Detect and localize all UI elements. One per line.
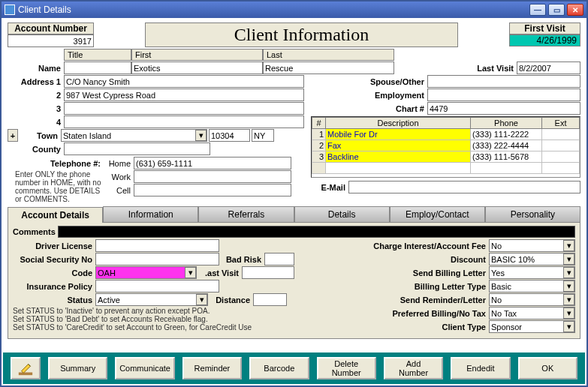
pencil-icon xyxy=(17,360,34,376)
charge-interest-label: Charge Interest/Account Fee xyxy=(314,242,489,250)
address4-field[interactable] xyxy=(64,116,304,128)
chevron-down-icon[interactable]: ▾ xyxy=(563,280,574,292)
preferred-billing-label: Preferred Billing/No Tax xyxy=(314,309,489,318)
cell-label: Cell xyxy=(104,186,134,195)
page-title: Client Information xyxy=(145,22,458,47)
tab-details[interactable]: Details xyxy=(294,206,390,222)
comments-label: Comments xyxy=(13,227,58,236)
chevron-down-icon[interactable]: ▾ xyxy=(195,130,207,141)
discount-select[interactable] xyxy=(489,253,575,266)
endedit-button[interactable]: Endedit xyxy=(451,357,510,380)
address1-field[interactable] xyxy=(64,75,304,88)
distance-field[interactable] xyxy=(253,293,287,306)
charge-interest-select[interactable] xyxy=(489,239,575,252)
discount-label: Discount xyxy=(314,255,489,264)
chevron-down-icon[interactable]: ▾ xyxy=(563,294,574,305)
chartno-field[interactable] xyxy=(427,102,580,115)
col-title: Title xyxy=(64,49,131,61)
chevron-down-icon[interactable]: ▾ xyxy=(563,267,574,278)
client-type-label: Client Type xyxy=(314,322,489,332)
client-type-select[interactable] xyxy=(489,320,575,333)
dl-label: Driver License xyxy=(13,242,95,250)
send-billing-select[interactable] xyxy=(489,266,575,279)
tab-account-details[interactable]: Account Details xyxy=(8,207,103,223)
close-button[interactable]: ✕ xyxy=(567,4,583,16)
town-field[interactable] xyxy=(61,129,207,142)
work-phone-field[interactable] xyxy=(134,170,291,183)
billing-letter-type-select[interactable] xyxy=(489,280,575,292)
employment-field[interactable] xyxy=(427,88,580,101)
status-field[interactable] xyxy=(95,293,208,306)
tab-strip: Account Details Information Referrals De… xyxy=(8,206,580,223)
tab-personality[interactable]: Personality xyxy=(485,206,580,222)
ssn-label: Social Security No xyxy=(13,255,95,264)
col-last: Last xyxy=(263,49,394,61)
status-hint-2: Set STATUS to 'CareCredit' to set Accoun… xyxy=(13,323,309,332)
ok-button[interactable]: OK xyxy=(518,357,577,380)
state-field[interactable] xyxy=(252,129,274,142)
tab-referrals[interactable]: Referrals xyxy=(198,206,294,222)
cell-phone-field[interactable] xyxy=(134,184,291,196)
edit-icon-button[interactable] xyxy=(11,357,41,380)
email-field[interactable] xyxy=(348,181,580,194)
comments-field[interactable] xyxy=(58,226,575,238)
grid-header-ext[interactable]: Ext xyxy=(542,118,580,129)
maximize-button[interactable]: ▭ xyxy=(548,4,565,16)
dl-field[interactable] xyxy=(95,239,219,252)
home-label: Home xyxy=(104,159,134,168)
code-field[interactable] xyxy=(95,266,197,279)
county-field[interactable] xyxy=(64,142,210,155)
account-number-field[interactable] xyxy=(8,34,94,47)
chevron-down-icon[interactable]: ▾ xyxy=(196,294,207,305)
client-details-window: Client Details — ▭ ✕ Account Number Clie… xyxy=(0,0,588,387)
grid-header-phone[interactable]: Phone xyxy=(471,118,542,129)
address2-field[interactable] xyxy=(64,88,304,101)
name-title-field[interactable] xyxy=(64,62,131,74)
chevron-down-icon[interactable]: ▾ xyxy=(563,308,574,319)
spouse-field[interactable] xyxy=(427,75,580,88)
last-visit-field[interactable] xyxy=(517,62,580,74)
account-number-label: Account Number xyxy=(8,22,94,34)
address3-field[interactable] xyxy=(64,102,304,115)
work-label: Work xyxy=(104,172,134,182)
barcode-button[interactable]: Barcode xyxy=(249,357,309,380)
chevron-down-icon[interactable]: ▾ xyxy=(563,254,574,265)
address4-label: 4 xyxy=(8,118,64,127)
insurance-label: Insurance Policy xyxy=(13,282,95,291)
tab-employ-contact[interactable]: Employ/Contact xyxy=(390,206,485,222)
name-last-field[interactable] xyxy=(263,62,394,74)
address3-label: 3 xyxy=(8,104,64,113)
badrisk-field[interactable] xyxy=(264,253,294,266)
insurance-field[interactable] xyxy=(95,280,219,292)
tab-information[interactable]: Information xyxy=(103,206,198,222)
reminder-button[interactable]: Reminder xyxy=(182,357,242,380)
add-number-button[interactable]: Add Number xyxy=(384,357,443,380)
grid-header-desc[interactable]: Description xyxy=(326,118,471,129)
send-reminder-select[interactable] xyxy=(489,293,575,306)
chevron-down-icon[interactable]: ▾ xyxy=(185,267,196,278)
name-first-field[interactable] xyxy=(131,62,263,74)
preferred-billing-select[interactable] xyxy=(489,307,575,320)
table-row: 1Mobile For Dr(333) 111-2222 xyxy=(312,129,580,140)
communicate-button[interactable]: Communicate xyxy=(115,357,174,380)
grid-header-num[interactable]: # xyxy=(312,118,326,129)
ssn-field[interactable] xyxy=(95,253,219,266)
email-label: E-Mail xyxy=(311,183,348,192)
titlebar[interactable]: Client Details — ▭ ✕ xyxy=(2,2,586,18)
minimize-button[interactable]: — xyxy=(529,4,546,16)
acct-lastvisit-field[interactable] xyxy=(242,266,294,279)
chevron-down-icon[interactable]: ▾ xyxy=(563,240,574,251)
spouse-label: Spouse/Other xyxy=(311,77,427,86)
chevron-down-icon[interactable]: ▾ xyxy=(563,321,574,332)
app-icon xyxy=(5,4,15,15)
window-title: Client Details xyxy=(18,4,529,15)
phone-grid[interactable]: # Description Phone Ext 1Mobile For Dr(3… xyxy=(312,117,580,174)
town-plus-button[interactable]: + xyxy=(8,129,18,142)
home-phone-field[interactable] xyxy=(134,157,291,170)
summary-button[interactable]: Summary xyxy=(48,357,107,380)
code-label: Code xyxy=(13,268,95,278)
status-label: Status xyxy=(13,296,95,304)
employment-label: Employment xyxy=(311,91,427,100)
delete-number-button[interactable]: Delete Number xyxy=(317,357,376,380)
zip-field[interactable] xyxy=(209,129,250,142)
